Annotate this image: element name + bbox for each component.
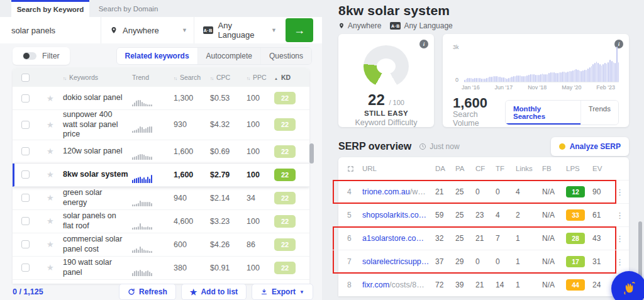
col-pa[interactable]: PA xyxy=(455,165,475,172)
kd-badge[interactable]: 22 xyxy=(274,215,296,228)
col-links[interactable]: Links xyxy=(516,165,542,172)
keyword-cell[interactable]: 190 watt solar panel xyxy=(63,258,132,277)
row-menu-icon[interactable]: ⋮ xyxy=(616,211,625,220)
kd-status: STILL EASY xyxy=(364,109,408,117)
tab-search-by-keyword[interactable]: Search by Keyword xyxy=(11,0,89,17)
serp-row[interactable]: 4trione.com.au/w…2125004N/A1290⋮ xyxy=(338,180,629,203)
kd-badge[interactable]: 22 xyxy=(274,118,296,131)
favorite-star-icon[interactable]: ★ xyxy=(47,193,63,203)
da-cell: 37 xyxy=(435,257,455,266)
col-kd[interactable]: ▲ KD xyxy=(274,74,309,81)
keyword-cell[interactable]: 8kw solar system xyxy=(63,170,132,180)
col-tf[interactable]: TF xyxy=(496,165,516,172)
favorite-star-icon[interactable]: ★ xyxy=(47,120,63,130)
fb-cell: N/A xyxy=(542,187,566,196)
kd-badge[interactable]: 22 xyxy=(274,92,296,104)
tab-monthly-searches[interactable]: Monthly Searches xyxy=(506,101,580,125)
keyword-cell[interactable]: commercial solar panel cost xyxy=(63,235,132,254)
kd-badge[interactable]: 22 xyxy=(274,262,296,274)
location-select[interactable]: Anywhere ▼ xyxy=(101,17,194,43)
keyword-cell[interactable]: 120w solar panel xyxy=(63,147,132,157)
tab-search-by-domain[interactable]: Search by Domain xyxy=(89,0,167,17)
filter-toggle[interactable]: Filter xyxy=(13,47,70,65)
url-link[interactable]: trione.com.au xyxy=(362,187,410,196)
row-checkbox[interactable] xyxy=(21,147,30,155)
select-all-checkbox[interactable] xyxy=(21,74,30,82)
col-fb[interactable]: FB xyxy=(542,165,566,172)
keyword-rows: ★dokio solar panel1,300$0.5310022★sunpow… xyxy=(13,87,309,280)
favorite-star-icon[interactable]: ★ xyxy=(47,263,63,272)
favorite-star-icon[interactable]: ★ xyxy=(47,94,63,103)
keyword-cell[interactable]: green solar energy xyxy=(63,188,132,208)
row-menu-icon[interactable]: ⋮ xyxy=(616,234,625,243)
col-search[interactable]: ↑↓ Search xyxy=(174,74,210,81)
refresh-button[interactable]: Refresh xyxy=(119,284,176,300)
kd-badge[interactable]: 22 xyxy=(274,145,296,158)
favorite-star-icon[interactable]: ★ xyxy=(47,216,63,226)
tab-trends[interactable]: Trends xyxy=(580,101,618,125)
row-checkbox[interactable] xyxy=(21,194,30,202)
language-value: Any Language xyxy=(218,21,267,40)
keyword-cell[interactable]: sunpower 400 watt solar panel price xyxy=(63,110,132,140)
keyword-row[interactable]: ★green solar energy940$2.143422 xyxy=(13,187,309,210)
chat-widget-button[interactable] xyxy=(611,271,644,300)
filter-row: Filter Related keywords Autocomplete Que… xyxy=(0,43,322,69)
row-checkbox[interactable] xyxy=(21,217,30,225)
col-cpc[interactable]: ↑↓ CPC xyxy=(210,74,247,81)
info-icon[interactable]: i xyxy=(419,40,428,48)
cpc-cell: $0.91 xyxy=(210,264,247,272)
col-da[interactable]: DA xyxy=(435,165,455,172)
url-link[interactable]: fixr.com xyxy=(362,281,389,289)
row-menu-icon[interactable]: ⋮ xyxy=(616,187,625,197)
col-ev[interactable]: EV xyxy=(592,165,614,172)
language-select[interactable]: A·B Any Language ▼ xyxy=(194,17,283,43)
tab-related-keywords[interactable]: Related keywords xyxy=(117,48,197,64)
serp-row[interactable]: 7solarelectricsupp…3729001N/A1731⋮ xyxy=(338,250,629,273)
url-link[interactable]: solarelectricsupp… xyxy=(362,257,429,266)
favorite-star-icon[interactable]: ★ xyxy=(47,240,63,249)
analyze-serp-button[interactable]: Analyze SERP xyxy=(551,137,629,156)
keyword-row[interactable]: ★190 watt solar panel380$0.9110022 xyxy=(13,257,309,280)
left-scrollbar-thumb[interactable] xyxy=(309,143,314,164)
keyword-row[interactable]: ★sunpower 400 watt solar panel price930$… xyxy=(13,110,309,140)
keyword-input[interactable]: solar panels xyxy=(0,17,101,43)
url-link[interactable]: a1solarstore.co… xyxy=(362,234,424,243)
serp-row[interactable]: 5shopsolarkits.co…59252342N/A3361⋮ xyxy=(338,203,629,226)
col-lps[interactable]: LPS xyxy=(566,165,592,172)
url-link[interactable]: shopsolarkits.co… xyxy=(362,211,426,219)
keyword-row[interactable]: ★dokio solar panel1,300$0.5310022 xyxy=(13,87,309,110)
tab-autocomplete[interactable]: Autocomplete xyxy=(197,48,260,64)
url-cell: shopsolarkits.co… xyxy=(362,211,435,219)
keyword-row[interactable]: ★8kw solar system1,600$2.7910022 xyxy=(13,164,309,187)
pa-cell: 25 xyxy=(455,211,475,219)
export-button[interactable]: Export ▼ xyxy=(252,284,313,300)
expand-icon[interactable] xyxy=(347,165,362,172)
tab-questions[interactable]: Questions xyxy=(260,48,311,64)
keyword-cell[interactable]: dokio solar panel xyxy=(63,93,132,103)
kd-badge[interactable]: 22 xyxy=(274,238,296,251)
row-menu-icon[interactable]: ⋮ xyxy=(616,257,625,267)
row-checkbox[interactable] xyxy=(21,240,30,248)
col-ppc[interactable]: ↑↓ PPC xyxy=(247,74,274,81)
keyword-cell[interactable]: solar panels on flat roof xyxy=(63,211,132,231)
col-cf[interactable]: CF xyxy=(475,165,496,172)
kd-badge[interactable]: 22 xyxy=(274,169,296,181)
favorite-star-icon[interactable]: ★ xyxy=(47,170,63,179)
keyword-row[interactable]: ★commercial solar panel cost600$4.268622 xyxy=(13,233,309,257)
keyword-search-panel: Search by Keyword Search by Domain solar… xyxy=(0,0,322,300)
col-keywords[interactable]: ↑↓ Keywords xyxy=(63,74,132,81)
toggle-switch-icon[interactable] xyxy=(23,52,36,60)
kd-badge[interactable]: 22 xyxy=(274,192,296,204)
row-checkbox[interactable] xyxy=(21,121,30,129)
keyword-row[interactable]: ★solar panels on flat roof4,600$3.231002… xyxy=(13,210,309,233)
serp-row[interactable]: 6a1solarstore.co…32252171N/A2843⋮ xyxy=(338,226,629,250)
search-submit-button[interactable]: → xyxy=(286,18,313,42)
row-checkbox[interactable] xyxy=(21,94,30,103)
row-checkbox[interactable] xyxy=(21,170,30,179)
row-checkbox[interactable] xyxy=(21,264,30,272)
favorite-star-icon[interactable]: ★ xyxy=(47,147,63,156)
col-url[interactable]: URL xyxy=(362,165,435,172)
keyword-row[interactable]: ★120w solar panel1,600$0.6910022 xyxy=(13,140,309,164)
serp-row[interactable]: 8fixr.com/costs/8…723921141N/A4424⋮ xyxy=(338,273,629,296)
add-to-list-button[interactable]: ★ Add to list xyxy=(181,284,247,300)
